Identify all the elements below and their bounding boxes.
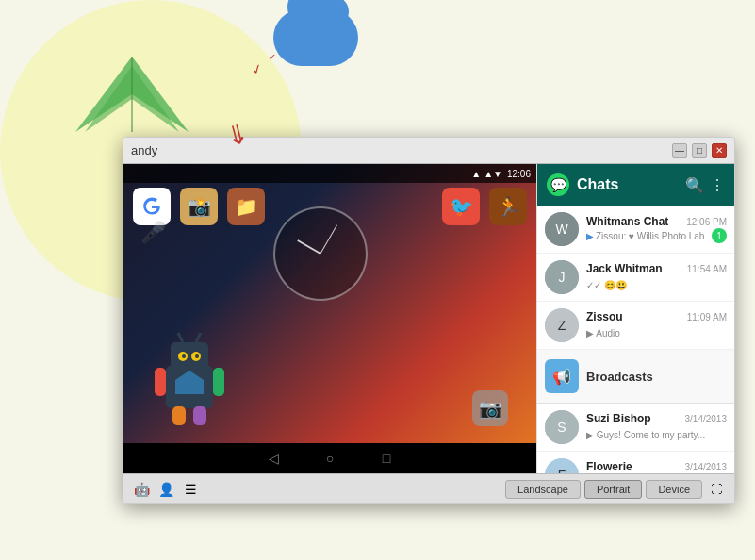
search-icon[interactable]: 🔍: [685, 176, 704, 194]
chat-info-zissou: Zissou 11:09 AM ▶ Audio: [586, 310, 727, 340]
whatsapp-icon: 💬: [547, 173, 569, 196]
maximize-button[interactable]: □: [692, 143, 707, 158]
clock-minute-hand: [320, 224, 337, 254]
portrait-button[interactable]: Portrait: [584, 480, 642, 499]
chat-preview-whitmans: ▶Zissou: ♥ Willis Photo Lab: [586, 231, 704, 241]
broadcasts-icon: 📢: [545, 359, 579, 393]
chat-time-whitmans: 12:06 PM: [686, 217, 727, 227]
files-icon[interactable]: 📁: [227, 188, 265, 225]
menu-bars-icon[interactable]: ☰: [180, 479, 201, 500]
bottom-toolbar: 🤖 👤 ☰ Landscape Portrait Device ⛶: [123, 473, 734, 503]
avatar-whitmans: W: [545, 212, 579, 246]
home-button[interactable]: ○: [320, 449, 339, 468]
android-nav-bar: ◁ ○ □: [123, 443, 536, 473]
chat-info-jack: Jack Whitman 11:54 AM ✓✓ 😊😃: [586, 262, 727, 292]
clock-hour-hand: [297, 239, 320, 255]
svg-text:W: W: [555, 222, 568, 237]
android-robot: [152, 328, 227, 436]
chat-item-jack[interactable]: J Jack Whitman 11:54 AM ✓✓ 😊😃: [537, 254, 734, 302]
signal-icon: ▲▼: [484, 169, 502, 179]
chat-info-whitmans: Whitmans Chat 12:06 PM ▶Zissou: ♥ Willis…: [586, 215, 727, 243]
leaf-decoration: [75, 57, 189, 132]
chat-name-flowerie: Flowerie: [586, 460, 632, 473]
menu-icon[interactable]: ⋮: [710, 176, 725, 194]
clock-widget: [273, 206, 368, 301]
svg-rect-12: [213, 368, 224, 396]
chat-time-suzi: 3/14/2013: [685, 414, 728, 424]
svg-text:J: J: [559, 270, 566, 285]
wifi-icon: ▲: [471, 169, 481, 179]
chat-item-zissou[interactable]: Z Zissou 11:09 AM ▶ Audio: [537, 302, 734, 350]
avatar-zissou: Z: [545, 308, 579, 342]
avatar-flowerie: F: [545, 458, 579, 473]
temple-run-icon[interactable]: 🏃: [489, 188, 527, 225]
chat-info-flowerie: Flowerie 3/14/2013 ▶ Alice: those are my…: [586, 460, 727, 473]
chat-time-flowerie: 3/14/2013: [685, 462, 728, 472]
user-icon[interactable]: 👤: [156, 479, 176, 500]
chat-list: W Whitmans Chat 12:06 PM ▶Zissou: ♥ Will…: [537, 206, 734, 473]
svg-point-8: [195, 354, 199, 358]
avatar-jack: J: [545, 260, 579, 294]
whatsapp-title: Chats: [577, 176, 678, 193]
chat-preview-jack: ✓✓ 😊😃: [586, 280, 627, 290]
unread-badge-whitmans: 1: [712, 228, 727, 243]
close-button[interactable]: ✕: [712, 143, 727, 158]
chat-time-zissou: 11:09 AM: [687, 312, 727, 322]
svg-rect-13: [172, 406, 186, 425]
fullscreen-icon[interactable]: ⛶: [706, 479, 727, 500]
android-screen: ▲ ▲▼ 12:06 📸 📁: [123, 164, 536, 473]
android-status-bar: ▲ ▲▼ 12:06: [123, 164, 536, 183]
chat-item-whitmans[interactable]: W Whitmans Chat 12:06 PM ▶Zissou: ♥ Will…: [537, 206, 734, 254]
svg-rect-14: [193, 406, 206, 425]
svg-rect-4: [171, 342, 208, 371]
recents-button[interactable]: □: [377, 449, 396, 468]
photos-icon[interactable]: 📸: [180, 188, 218, 225]
content-area: ▲ ▲▼ 12:06 📸 📁: [123, 164, 734, 473]
broadcasts-label: Broadcasts: [586, 370, 653, 384]
window-title: andy: [131, 143, 157, 157]
header-icons: 🔍 ⋮: [685, 176, 725, 194]
svg-text:Z: Z: [558, 318, 566, 333]
chat-name-jack: Jack Whitman: [586, 262, 663, 275]
voice-icon[interactable]: 🎤: [140, 221, 166, 245]
svg-line-9: [178, 333, 183, 342]
chat-item-suzi[interactable]: S Suzi Bishop 3/14/2013 ▶ Guys! Come to …: [537, 404, 734, 452]
whatsapp-header: 💬 Chats 🔍 ⋮: [537, 164, 734, 206]
svg-text:S: S: [557, 420, 566, 435]
angry-birds-icon[interactable]: 🐦: [442, 188, 480, 225]
chat-preview-zissou: ▶ Audio: [586, 328, 620, 338]
window-controls: — □ ✕: [672, 143, 727, 158]
andy-icon[interactable]: 🤖: [131, 479, 152, 500]
chat-item-flowerie[interactable]: F Flowerie 3/14/2013 ▶ Alice: those are …: [537, 452, 734, 473]
chat-preview-suzi: ▶ Guys! Come to my party...: [586, 430, 705, 440]
clock-face: [273, 206, 368, 301]
main-window: andy — □ ✕ ▲ ▲▼ 12:06: [123, 137, 735, 504]
svg-line-10: [196, 333, 201, 342]
avatar-suzi: S: [545, 410, 579, 444]
chat-name-whitmans: Whitmans Chat: [586, 215, 668, 228]
broadcasts-item[interactable]: 📢 Broadcasts: [537, 350, 734, 404]
time-display: 12:06: [507, 169, 531, 179]
svg-point-7: [182, 354, 186, 358]
chat-name-suzi: Suzi Bishop: [586, 412, 651, 425]
camera-icon[interactable]: 📷: [472, 390, 508, 426]
svg-rect-11: [155, 368, 166, 396]
chat-name-zissou: Zissou: [586, 310, 623, 323]
minimize-button[interactable]: —: [672, 143, 687, 158]
cloud-decoration: [273, 9, 358, 66]
chat-info-suzi: Suzi Bishop 3/14/2013 ▶ Guys! Come to my…: [586, 412, 727, 442]
landscape-button[interactable]: Landscape: [505, 480, 581, 499]
google-icon[interactable]: [133, 188, 171, 225]
whatsapp-panel: 💬 Chats 🔍 ⋮ W Whitmans Chat: [536, 164, 734, 473]
chat-time-jack: 11:54 AM: [687, 264, 727, 274]
back-button[interactable]: ◁: [264, 449, 283, 468]
device-button[interactable]: Device: [646, 480, 702, 499]
titlebar: andy — □ ✕: [123, 138, 734, 164]
